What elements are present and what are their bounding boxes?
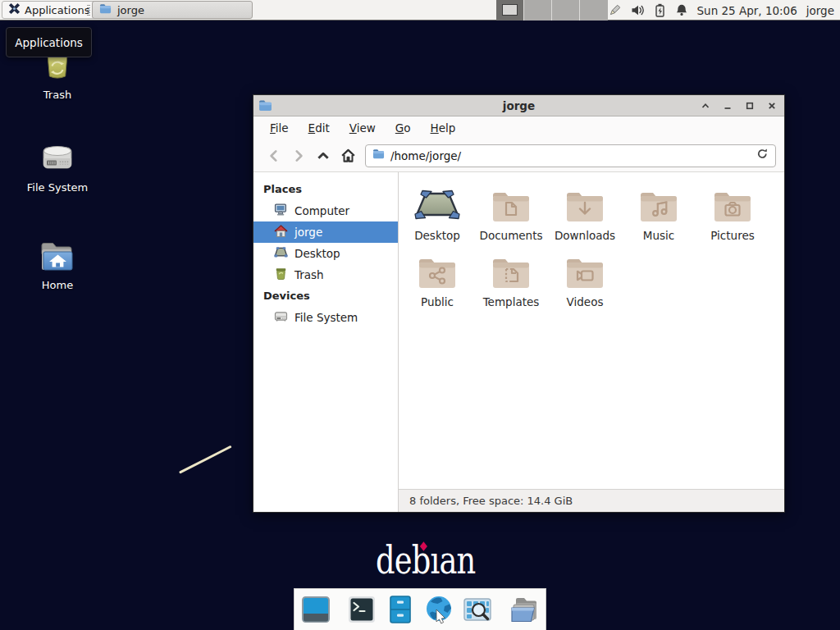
desktop-icon-trash-label: Trash xyxy=(18,89,97,101)
debian-wordmark: debıan xyxy=(376,540,476,582)
sidebar-item-desktop[interactable]: Desktop xyxy=(253,243,398,264)
menu-view[interactable]: View xyxy=(340,118,386,138)
file-cabinet-icon[interactable] xyxy=(385,594,416,625)
maximize-button[interactable] xyxy=(744,99,756,112)
sidebar-item-filesystem-label: File System xyxy=(294,311,358,324)
location-path[interactable]: /home/jorge/ xyxy=(390,149,751,162)
documents-folder-icon xyxy=(474,184,548,223)
trash-small-icon xyxy=(274,267,288,283)
directory-menu-icon[interactable] xyxy=(508,594,542,625)
downloads-folder-icon xyxy=(548,184,622,223)
menu-edit[interactable]: Edit xyxy=(299,118,340,138)
notifications-icon[interactable] xyxy=(675,3,688,17)
forward-button[interactable] xyxy=(286,144,311,167)
templates-folder-icon xyxy=(474,250,548,290)
top-panel: Applications jorge Sun 25 Apr, 10:06 jor… xyxy=(0,0,840,21)
file-public-label: Public xyxy=(400,295,474,308)
applications-tooltip: Applications xyxy=(6,27,92,57)
wallpaper-line-artifact xyxy=(179,445,232,474)
file-music[interactable]: Music xyxy=(622,184,696,242)
sidebar-item-trash[interactable]: Trash xyxy=(253,264,398,285)
file-templates[interactable]: Templates xyxy=(474,250,548,308)
application-finder-icon[interactable] xyxy=(462,594,493,625)
file-downloads-label: Downloads xyxy=(548,229,622,242)
location-folder-icon xyxy=(372,148,385,163)
show-desktop-icon[interactable] xyxy=(300,594,331,625)
sidebar-item-trash-label: Trash xyxy=(294,268,324,281)
file-videos-label: Videos xyxy=(548,295,622,308)
videos-folder-icon xyxy=(548,250,622,290)
pictures-folder-icon xyxy=(696,184,769,223)
sidebar-item-home[interactable]: jorge xyxy=(253,221,398,243)
applications-menu-button[interactable]: Applications xyxy=(2,1,96,19)
sidebar: Places Computer jorge Desktop xyxy=(253,172,399,512)
menubar: File Edit View Go Help xyxy=(253,116,784,139)
shade-button[interactable] xyxy=(700,99,711,112)
taskbar-window-button[interactable]: jorge xyxy=(92,1,253,19)
workspace-1[interactable] xyxy=(496,0,524,21)
workspace-switcher xyxy=(496,0,608,21)
applications-menu-label: Applications xyxy=(25,4,89,16)
sidebar-item-desktop-label: Desktop xyxy=(294,247,340,260)
battery-icon[interactable] xyxy=(654,3,666,18)
public-folder-icon xyxy=(400,250,474,290)
file-icon-view[interactable]: Desktop Documents xyxy=(399,172,784,489)
window-body: Places Computer jorge Desktop xyxy=(253,172,784,512)
location-bar[interactable]: /home/jorge/ xyxy=(365,144,776,167)
clock[interactable]: Sun 25 Apr, 10:06 xyxy=(697,4,797,17)
file-videos[interactable]: Videos xyxy=(548,250,622,308)
web-browser-icon[interactable] xyxy=(423,594,454,625)
sidebar-item-home-label: jorge xyxy=(294,226,322,239)
file-manager-window: jorge File Edit View Go Help xyxy=(253,94,785,513)
desktop-icon-home[interactable]: Home xyxy=(18,239,97,291)
session-username[interactable]: jorge xyxy=(806,4,834,17)
desktop-icon-filesystem-label: File System xyxy=(18,181,97,194)
reload-icon[interactable] xyxy=(756,148,769,163)
dock-panel xyxy=(294,588,546,630)
desktop-pad-icon xyxy=(400,184,474,223)
statusbar: 8 folders, Free space: 14.4 GiB xyxy=(399,489,784,512)
statusbar-text: 8 folders, Free space: 14.4 GiB xyxy=(409,495,573,507)
menu-help[interactable]: Help xyxy=(421,118,466,138)
toolbar: /home/jorge/ xyxy=(253,139,784,172)
file-pictures[interactable]: Pictures xyxy=(696,184,769,242)
xfce-applications-icon xyxy=(8,2,21,18)
workspace-2[interactable] xyxy=(524,0,552,21)
volume-icon[interactable] xyxy=(631,3,645,17)
panel-handle xyxy=(87,5,90,16)
stylus-icon[interactable] xyxy=(607,3,622,18)
workspace-window-thumb xyxy=(502,4,518,16)
desktop-icon xyxy=(274,245,288,262)
titlebar[interactable]: jorge xyxy=(253,95,784,116)
file-documents[interactable]: Documents xyxy=(474,184,548,242)
sidebar-devices-header: Devices xyxy=(253,285,398,307)
workspace-3[interactable] xyxy=(552,0,580,21)
sidebar-item-computer-label: Computer xyxy=(294,204,349,217)
sidebar-item-computer[interactable]: Computer xyxy=(253,200,398,221)
terminal-icon[interactable] xyxy=(346,594,377,625)
home-icon xyxy=(274,224,288,240)
taskbar-window-label: jorge xyxy=(117,4,144,16)
sidebar-item-filesystem[interactable]: File System xyxy=(253,307,398,328)
file-desktop-label: Desktop xyxy=(400,229,474,242)
workspace-4[interactable] xyxy=(580,0,608,21)
file-public[interactable]: Public xyxy=(400,250,474,308)
home-folder-icon xyxy=(18,239,97,275)
wordmark-right: ıan xyxy=(431,538,476,582)
up-button[interactable] xyxy=(311,144,336,167)
file-pictures-label: Pictures xyxy=(696,229,769,242)
minimize-button[interactable] xyxy=(722,99,733,112)
window-controls xyxy=(700,95,778,116)
menu-file[interactable]: File xyxy=(260,118,299,138)
menu-go[interactable]: Go xyxy=(386,118,421,138)
file-downloads[interactable]: Downloads xyxy=(548,184,622,242)
folder-icon xyxy=(99,2,112,18)
desktop-icon-filesystem[interactable]: File System xyxy=(18,138,97,194)
file-music-label: Music xyxy=(622,229,696,242)
home-button[interactable] xyxy=(336,144,360,167)
back-button[interactable] xyxy=(262,144,286,167)
file-templates-label: Templates xyxy=(474,295,548,308)
file-desktop[interactable]: Desktop xyxy=(400,184,474,242)
close-button[interactable] xyxy=(766,99,778,112)
system-tray: Sun 25 Apr, 10:06 jorge xyxy=(607,0,840,21)
